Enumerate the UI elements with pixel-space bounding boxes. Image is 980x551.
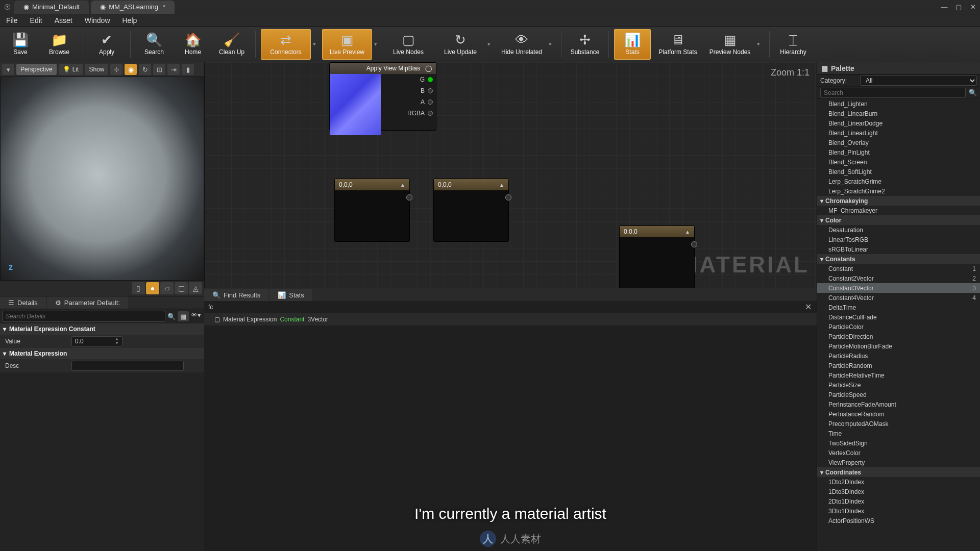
section-material-expression[interactable]: ▾Material Expression [0,348,204,359]
palette-item-particlesize[interactable]: ParticleSize [817,380,980,390]
tab-level[interactable]: ◉ Minimal_Default [14,1,89,14]
show-button[interactable]: Show [85,64,108,75]
palette-item-blend-linearburn[interactable]: Blend_LinearBurn [817,109,980,118]
find-result-row[interactable]: ▢ Material Expression Constant3Vector [204,313,817,325]
palette-item-particlerelativetime[interactable]: ParticleRelativeTime [817,370,980,380]
palette-item-precomputedaomask[interactable]: PrecomputedAOMask [817,419,980,429]
palette-item-viewproperty[interactable]: ViewProperty [817,458,980,467]
material-graph[interactable]: www.rrcg.cn Zoom 1:1 MATERIAL Apply View… [204,62,817,288]
collapse-icon[interactable]: ▲ [400,182,405,188]
palette-item-chromakeying[interactable]: ▾Chromakeying [817,196,980,206]
palette-item-desaturation[interactable]: Desaturation [817,225,980,235]
collapse-icon[interactable]: ▲ [499,182,504,188]
palette-item-particleradius[interactable]: ParticleRadius [817,351,980,361]
sphere-icon[interactable]: ● [146,282,159,294]
palette-item-1dto3dindex[interactable]: 1Dto3DIndex [817,487,980,496]
toolbar-search-button[interactable]: 🔍Search [136,29,173,60]
details-search-input[interactable] [2,311,165,322]
cylinder-icon[interactable]: ▯ [132,282,145,294]
toolbar-live-update-button[interactable]: ↻Live Update [435,29,485,60]
close-icon[interactable]: ✕ [967,1,979,13]
palette-item-blend-softlight[interactable]: Blend_SoftLight [817,167,980,177]
node-constant3vector-3[interactable]: 0,0,0▲ [619,226,695,288]
palette-item-1dto2dindex[interactable]: 1Dto2DIndex [817,477,980,487]
toolbar-save-button[interactable]: 💾Save [2,29,39,60]
eye-icon[interactable]: 👁▾ [191,311,202,321]
dropdown-icon[interactable]: ▾ [757,41,764,47]
palette-item-particledirection[interactable]: ParticleDirection [817,332,980,341]
palette-item-2dto1dindex[interactable]: 2Dto1DIndex [817,496,980,506]
dropdown-icon[interactable]: ▾ [549,41,556,47]
palette-item-constant4vector[interactable]: Constant4Vector4 [817,293,980,303]
palette-item-color[interactable]: ▾Color [817,215,980,225]
matrix-icon[interactable]: ▦ [178,311,189,321]
palette-item-particlemotionblurfade[interactable]: ParticleMotionBlurFade [817,341,980,351]
camera-speed-icon[interactable]: ⇥ [167,64,180,75]
palette-item-particlecolor[interactable]: ParticleColor [817,322,980,332]
palette-item-srgbtolinear[interactable]: sRGBToLinear [817,244,980,254]
toolbar-connectors-button[interactable]: ⇄Connectors [261,29,311,60]
node-texture-sample[interactable]: Apply View MipBias◯ G B A RGBA [329,62,436,131]
tab-find-results[interactable]: 🔍Find Results [204,289,268,301]
value-input[interactable]: 0.0▲▼ [71,336,122,346]
menu-asset[interactable]: Asset [48,16,79,24]
viewport-options-icon[interactable]: ▾ [2,64,14,75]
palette-item-actorpositionws[interactable]: ActorPositionWS [817,516,980,525]
menu-edit[interactable]: Edit [24,16,48,24]
toolbar-live-preview-button[interactable]: ▣Live Preview [322,29,372,60]
palette-item-coordinates[interactable]: ▾Coordinates [817,467,980,477]
toolbar-apply-button[interactable]: ✔Apply [88,29,125,60]
lit-button[interactable]: 💡Lit [59,64,83,75]
checkbox-icon[interactable]: ◯ [425,65,432,72]
palette-item-constants[interactable]: ▾Constants [817,254,980,264]
close-icon[interactable]: ✕ [803,302,814,312]
mesh-icon[interactable]: ◬ [189,282,202,294]
palette-list[interactable]: Blend_LightenBlend_LinearBurnBlend_Linea… [817,99,980,551]
spinner-icon[interactable]: ▲▼ [115,337,121,346]
tab-details[interactable]: ☰Details [0,296,46,309]
tab-stats[interactable]: 📊Stats [270,289,312,301]
toolbar-hierarchy-button[interactable]: ⌶Hierarchy [775,29,812,60]
palette-item-deltatime[interactable]: DeltaTime [817,303,980,312]
output-pin[interactable] [505,194,511,201]
category-select[interactable]: All [860,76,977,86]
pin-b[interactable] [428,88,433,93]
palette-item-vertexcolor[interactable]: VertexColor [817,448,980,458]
search-icon[interactable]: 🔍 [969,89,977,96]
toolbar-home-button[interactable]: 🏠Home [175,29,211,60]
toolbar-preview-nodes-button[interactable]: ▦Preview Nodes [705,29,755,60]
search-icon[interactable]: 🔍 [167,313,176,320]
dropdown-icon[interactable]: ▾ [487,41,495,47]
toolbar-stats-button[interactable]: 📊Stats [614,29,651,60]
menu-help[interactable]: Help [116,16,143,24]
speed-slider[interactable]: ▮ [182,64,194,75]
palette-item-distancecullfade[interactable]: DistanceCullFade [817,312,980,322]
palette-item-particlespeed[interactable]: ParticleSpeed [817,390,980,399]
palette-item-twosidedsign[interactable]: TwoSidedSign [817,438,980,448]
palette-item-blend-lighten[interactable]: Blend_Lighten [817,99,980,109]
toolbar-substance-button[interactable]: ✢Substance [567,29,603,60]
section-material-expression-constant[interactable]: ▾Material Expression Constant [0,323,204,335]
palette-item-blend-overlay[interactable]: Blend_Overlay [817,138,980,147]
desc-input[interactable] [71,361,184,371]
tab-parameter-defaults[interactable]: ⚙Parameter Default: [47,296,128,309]
menu-file[interactable]: File [0,16,24,24]
pin-g[interactable] [428,77,433,82]
output-pin[interactable] [406,194,412,201]
transform-icon[interactable]: ◉ [125,64,137,75]
palette-item-blend-lineardodge[interactable]: Blend_LinearDodge [817,118,980,128]
palette-item-perinstancerandom[interactable]: PerInstanceRandom [817,409,980,419]
toolbar-live-nodes-button[interactable]: ▢Live Nodes [383,29,433,60]
palette-item-blend-pinlight[interactable]: Blend_PinLight [817,147,980,157]
collapse-icon[interactable]: ▲ [685,229,690,235]
toolbar-clean-up-button[interactable]: 🧹Clean Up [213,29,250,60]
toolbar-hide-unrelated-button[interactable]: 👁Hide Unrelated [497,29,547,60]
find-input[interactable] [207,303,803,311]
palette-item-lerp-scratchgrime[interactable]: Lerp_ScratchGrime [817,177,980,186]
palette-search-input[interactable] [820,88,966,98]
minimize-icon[interactable]: — [938,1,950,13]
dropdown-icon[interactable]: ▾ [374,41,381,47]
rotate-icon[interactable]: ↻ [139,64,151,75]
toolbar-browse-button[interactable]: 📁Browse [41,29,78,60]
palette-item-3dto1dindex[interactable]: 3Dto1DIndex [817,506,980,516]
